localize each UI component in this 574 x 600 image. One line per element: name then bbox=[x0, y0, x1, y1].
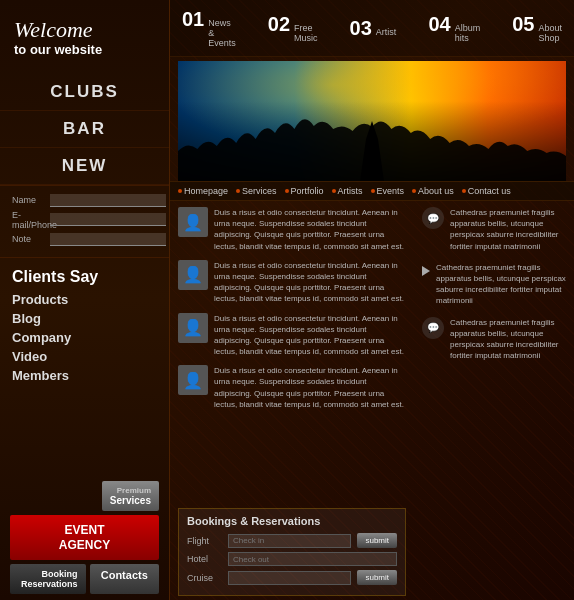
cruise-input[interactable] bbox=[228, 571, 351, 585]
main-content: 01 News & Events 02 Free Music 03 Artist… bbox=[170, 0, 574, 600]
page-wrapper: Welcome to our website CLUBS BAR NEW Nam… bbox=[0, 0, 574, 600]
flight-submit-button[interactable]: submit bbox=[357, 533, 397, 548]
article-text-1: Duis a risus et odio consectetur tincidu… bbox=[214, 207, 406, 252]
sidebar-link-company[interactable]: Company bbox=[12, 330, 157, 345]
subnav-portfolio[interactable]: Portfolio bbox=[285, 186, 324, 196]
sidebar-nav: CLUBS BAR NEW bbox=[0, 74, 169, 185]
clients-section: Clients Say Products Blog Company Video … bbox=[0, 258, 169, 391]
article-avatar-2: 👤 bbox=[178, 260, 208, 290]
checkin-input[interactable] bbox=[228, 534, 351, 548]
topnav-text-4: Album hits bbox=[455, 23, 481, 43]
hotel-label: Hotel bbox=[187, 554, 222, 564]
article-avatar-3: 👤 bbox=[178, 313, 208, 343]
subnav-dot-6 bbox=[412, 189, 416, 193]
subnav-artists[interactable]: Artists bbox=[332, 186, 363, 196]
subnav-services[interactable]: Services bbox=[236, 186, 277, 196]
contact-form: Name E-mail/Phone Note bbox=[0, 185, 169, 258]
topnav-num-5: 05 bbox=[512, 13, 534, 36]
sidebar-item-new[interactable]: NEW bbox=[0, 148, 169, 185]
cruise-label: Cruise bbox=[187, 573, 222, 583]
right-sidebar: 💬 Cathedras praemuniet fragilis apparatu… bbox=[414, 201, 574, 600]
right-text-1: Cathedras praemuniet fragilis apparatus … bbox=[450, 207, 566, 252]
reservations-label: Reservations bbox=[18, 579, 78, 589]
topnav-item-3[interactable]: 03 Artist bbox=[350, 17, 397, 40]
article-item-3: 👤 Duis a risus et odio consectetur tinci… bbox=[178, 313, 406, 358]
topnav-num-4: 04 bbox=[428, 13, 450, 36]
booking-reservations-button[interactable]: Booking Reservations bbox=[10, 564, 86, 594]
bookings-section: Bookings & Reservations Flight submit Ho… bbox=[178, 508, 406, 596]
services-label: Services bbox=[110, 495, 151, 506]
play-icon bbox=[422, 266, 430, 276]
event-agency-button[interactable]: EVENT AGENCY bbox=[10, 515, 159, 560]
subnav-label-services: Services bbox=[242, 186, 277, 196]
subnav-about[interactable]: About us bbox=[412, 186, 454, 196]
right-card-3: 💬 Cathedras praemuniet fragilis apparatu… bbox=[422, 317, 566, 362]
bubble-icon-2: 💬 bbox=[422, 317, 444, 339]
logo-area: Welcome to our website bbox=[0, 0, 169, 68]
premium-services-button[interactable]: Premium Services bbox=[102, 481, 159, 511]
note-label: Note bbox=[12, 234, 50, 244]
email-label: E-mail/Phone bbox=[12, 210, 50, 230]
subnav-label-homepage: Homepage bbox=[184, 186, 228, 196]
bottom-buttons: Premium Services EVENT AGENCY Booking Re… bbox=[0, 475, 169, 600]
right-text-3: Cathedras praemuniet fragilis apparatus … bbox=[450, 317, 566, 362]
logo-sub: to our website bbox=[14, 42, 155, 58]
article-item-1: 👤 Duis a risus et odio consectetur tinci… bbox=[178, 207, 406, 252]
sidebar-link-members[interactable]: Members bbox=[12, 368, 157, 383]
sidebar-item-clubs[interactable]: CLUBS bbox=[0, 74, 169, 111]
topnav-num-1: 01 bbox=[182, 8, 204, 31]
booking-row-cruise: Cruise submit bbox=[187, 570, 397, 585]
article-text-2: Duis a risus et odio consectetur tincidu… bbox=[214, 260, 406, 305]
topnav-num-3: 03 bbox=[350, 17, 372, 40]
article-item-4: 👤 Duis a risus et odio consectetur tinci… bbox=[178, 365, 406, 410]
subnav-dot bbox=[178, 189, 182, 193]
topnav-item-5[interactable]: 05 About Shop bbox=[512, 13, 562, 43]
subnav-contact[interactable]: Contact us bbox=[462, 186, 511, 196]
sidebar-item-bar[interactable]: BAR bbox=[0, 111, 169, 148]
sidebar-link-blog[interactable]: Blog bbox=[12, 311, 157, 326]
article-text-4: Duis a risus et odio consectetur tincidu… bbox=[214, 365, 406, 410]
booking-label: Booking bbox=[18, 569, 78, 579]
subnav-label-contact: Contact us bbox=[468, 186, 511, 196]
cruise-submit-button[interactable]: submit bbox=[357, 570, 397, 585]
topnav-num-2: 02 bbox=[268, 13, 290, 36]
sidebar-link-products[interactable]: Products bbox=[12, 292, 157, 307]
subnav-events[interactable]: Events bbox=[371, 186, 405, 196]
subnav-dot-7 bbox=[462, 189, 466, 193]
subnav-homepage[interactable]: Homepage bbox=[178, 186, 228, 196]
logo-welcome: Welcome bbox=[14, 18, 155, 42]
article-avatar-4: 👤 bbox=[178, 365, 208, 395]
subnav-label-events: Events bbox=[377, 186, 405, 196]
article-text-3: Duis a risus et odio consectetur tincidu… bbox=[214, 313, 406, 358]
subnav-label-artists: Artists bbox=[338, 186, 363, 196]
sidebar-link-video[interactable]: Video bbox=[12, 349, 157, 364]
topnav-item-1[interactable]: 01 News & Events bbox=[182, 8, 236, 48]
agency-label: AGENCY bbox=[18, 538, 151, 552]
topnav-item-2[interactable]: 02 Free Music bbox=[268, 13, 318, 43]
article-avatar-1: 👤 bbox=[178, 207, 208, 237]
topnav-item-4[interactable]: 04 Album hits bbox=[428, 13, 480, 43]
sub-navigation: Homepage Services Portfolio Artists Even… bbox=[170, 181, 574, 201]
topnav-text-1: News & Events bbox=[208, 18, 236, 48]
articles-list: 👤 Duis a risus et odio consectetur tinci… bbox=[170, 201, 414, 504]
event-label: EVENT bbox=[18, 523, 151, 537]
checkout-input[interactable] bbox=[228, 552, 397, 566]
bookings-title: Bookings & Reservations bbox=[187, 515, 397, 527]
subnav-label-about: About us bbox=[418, 186, 454, 196]
email-input[interactable] bbox=[50, 213, 166, 226]
article-item-2: 👤 Duis a risus et odio consectetur tinci… bbox=[178, 260, 406, 305]
contacts-button[interactable]: Contacts bbox=[90, 564, 160, 594]
top-navigation: 01 News & Events 02 Free Music 03 Artist… bbox=[170, 0, 574, 57]
name-label: Name bbox=[12, 195, 50, 205]
clients-title: Clients Say bbox=[12, 268, 157, 286]
subnav-dot-5 bbox=[371, 189, 375, 193]
right-text-2: Cathedras praemuniet fragilis apparatus … bbox=[436, 262, 566, 307]
topnav-text-5: About Shop bbox=[538, 23, 562, 43]
bubble-icon-1: 💬 bbox=[422, 207, 444, 229]
name-input[interactable] bbox=[50, 194, 166, 207]
subnav-dot-2 bbox=[236, 189, 240, 193]
right-card-1: 💬 Cathedras praemuniet fragilis apparatu… bbox=[422, 207, 566, 252]
note-input[interactable] bbox=[50, 233, 166, 246]
premium-label: Premium bbox=[110, 486, 151, 495]
crowd-svg bbox=[178, 111, 566, 181]
